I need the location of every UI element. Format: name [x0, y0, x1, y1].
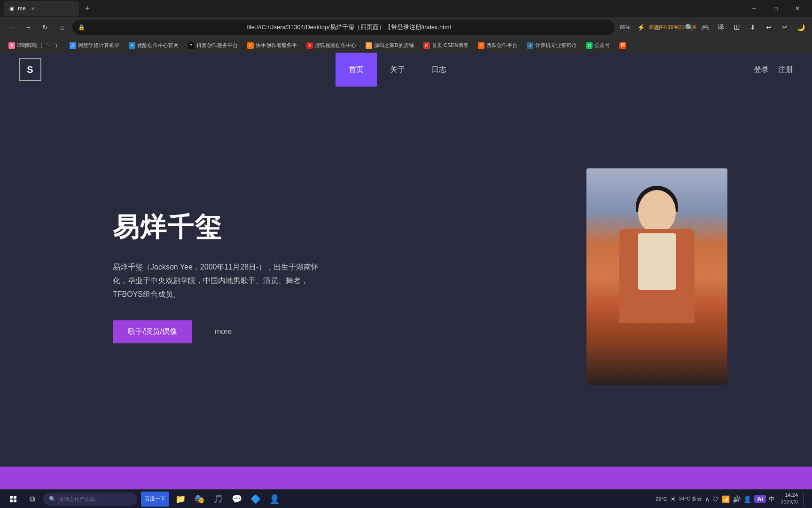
- nav-link-journal[interactable]: 日志: [418, 53, 460, 87]
- download-button[interactable]: ⬇: [746, 21, 759, 34]
- taskbar-clock[interactable]: 14:24 2022/7/: [781, 492, 798, 506]
- nav-auth: 登录 注册: [754, 65, 793, 75]
- baidu-button[interactable]: 百度一下: [141, 492, 169, 507]
- bookmark-bilibili-label: 哔哩哔哩（゜-゜）: [17, 42, 60, 49]
- bookmark-yuanma[interactable]: D 源码之家D的店铺: [362, 41, 418, 50]
- maximize-button[interactable]: □: [765, 1, 787, 16]
- ahui-favicon: A: [70, 42, 76, 49]
- new-tab-button[interactable]: +: [81, 2, 94, 15]
- games-button[interactable]: 🎮: [698, 21, 711, 34]
- bookmark-csdn[interactable]: C 首页-CSDN博客: [420, 41, 473, 50]
- bookmark-xigua-label: 西瓜创作平台: [486, 42, 517, 49]
- bookmark-gongzhonghao[interactable]: G 公众号: [582, 41, 614, 50]
- bookmark-xi[interactable]: 西: [616, 41, 630, 50]
- app-icon-5: 👤: [269, 494, 280, 504]
- reading-button[interactable]: Ш: [730, 21, 743, 34]
- undo-button[interactable]: ↩: [762, 21, 775, 34]
- person-shirt: [638, 233, 676, 290]
- taskbar-app-2[interactable]: 🎵: [211, 492, 226, 507]
- clock-date: 2022/7/: [781, 499, 798, 506]
- tray-user: 👤: [743, 495, 751, 503]
- taskbar-app-3[interactable]: 💬: [229, 492, 244, 507]
- app-icon-1: 🎭: [194, 494, 204, 504]
- address-text: file:///C:/Users/31304/Desktop/易烊千玺（四页面）…: [89, 23, 609, 32]
- baidu-label: 百度一下: [145, 495, 165, 502]
- win-grid-4: [14, 500, 16, 502]
- clock-time: 14:24: [781, 492, 798, 499]
- ai-badge[interactable]: Ai: [754, 495, 766, 503]
- taskbar-search[interactable]: 🔍: [43, 492, 137, 506]
- bookmark-youku-label: 优酷创作中心官网: [137, 42, 179, 49]
- youku-favicon: Y: [129, 42, 135, 49]
- win-grid-3: [10, 500, 13, 502]
- tray-input: 中: [769, 495, 775, 503]
- bookmark-xigua[interactable]: X 西瓜创作平台: [474, 41, 521, 50]
- hero-cta-button[interactable]: 歌手/演员/偶像: [113, 320, 192, 343]
- alert-button[interactable]: ⚠: [650, 21, 664, 34]
- hero-description: 易烊千玺（Jackson Yee，2000年11月28日-），出生于湖南怀化，毕…: [113, 261, 329, 301]
- xigua-favicon: X: [478, 42, 484, 49]
- hero-actions: 歌手/演员/偶像 more: [113, 320, 586, 343]
- tab-bar: ◉ me ✕ + ─ □ ✕: [0, 0, 812, 17]
- windows-logo: [10, 496, 16, 502]
- minimize-button[interactable]: ─: [743, 1, 765, 16]
- csdn-favicon: C: [423, 42, 430, 49]
- alert-icon: ⚠: [654, 24, 660, 31]
- bookmark-youku[interactable]: Y 优酷创作中心官网: [125, 41, 182, 50]
- toolbar-icons: 95% ⚡ ⚠ 滴滴存在16项违法事务 🔍 🎮 译 Ш ⬇ ↩ ✂ 🌙: [618, 21, 807, 34]
- close-button[interactable]: ✕: [787, 1, 808, 16]
- zoom-level: 95%: [620, 24, 630, 30]
- back-button[interactable]: ←: [5, 21, 18, 34]
- login-link[interactable]: 登录: [754, 65, 769, 75]
- extensions-button[interactable]: ⚡: [634, 21, 648, 34]
- sohu-favicon: S: [306, 42, 313, 49]
- file-explorer-button[interactable]: 📁: [173, 492, 188, 507]
- darkmode-button[interactable]: 🌙: [794, 21, 807, 34]
- site-logo: S: [19, 58, 41, 81]
- hero-more-link[interactable]: more: [215, 327, 232, 336]
- taskbar-app-1[interactable]: 🎭: [192, 492, 207, 507]
- bookmark-jisuanji[interactable]: J 计算机专业答辩论: [523, 41, 580, 50]
- reload-button[interactable]: ↻: [39, 21, 52, 34]
- tray-sound: 🔊: [733, 495, 741, 503]
- bookmark-gongzhonghao-label: 公众号: [594, 42, 610, 49]
- tray-shield: 🛡: [712, 495, 719, 503]
- bookmark-ahui[interactable]: A 阿慧学姐计算机毕: [66, 41, 123, 50]
- address-field[interactable]: 🔒 file:///C:/Users/31304/Desktop/易烊千玺（四页…: [72, 20, 615, 35]
- nav-link-about[interactable]: 关于: [377, 53, 418, 87]
- task-view-button[interactable]: ⧉: [24, 492, 39, 507]
- nav-link-home[interactable]: 首页: [336, 53, 377, 87]
- bookmark-yuanma-label: 源码之家D的店铺: [374, 42, 414, 49]
- taskbar-app-5[interactable]: 👤: [267, 492, 282, 507]
- register-label: 注册: [778, 65, 793, 73]
- start-button[interactable]: [6, 492, 21, 507]
- tab-title: me: [18, 5, 26, 12]
- search-magnifier-icon: 🔍: [49, 496, 56, 502]
- tray-network: 📶: [722, 495, 730, 503]
- show-desktop-button[interactable]: [804, 492, 806, 506]
- bookmark-ahui-label: 阿慧学姐计算机毕: [78, 42, 119, 49]
- bookmark-bilibili[interactable]: B 哔哩哔哩（゜-゜）: [5, 41, 64, 50]
- translate-button[interactable]: 译: [714, 21, 727, 34]
- taskbar-search-input[interactable]: [59, 496, 115, 502]
- scissors-button[interactable]: ✂: [778, 21, 791, 34]
- yuanma-favicon: D: [366, 42, 372, 49]
- gongzhonghao-favicon: G: [586, 42, 593, 49]
- taskbar-app-4[interactable]: 🔷: [248, 492, 263, 507]
- zoom-button[interactable]: 95%: [618, 21, 632, 34]
- bookmark-tiktok[interactable]: T 抖音创作服务平台: [184, 41, 242, 50]
- register-link[interactable]: 注册: [778, 65, 793, 75]
- bookmark-sohu[interactable]: S 搜狐视频创作中心: [303, 41, 360, 50]
- hero-title: 易烊千玺: [113, 210, 586, 246]
- bookmark-kuaishou[interactable]: K 快手创作者服务平: [243, 41, 301, 50]
- tab-close-button[interactable]: ✕: [30, 5, 36, 12]
- active-tab[interactable]: ◉ me ✕: [4, 1, 79, 16]
- bookmark-sohu-label: 搜狐视频创作中心: [315, 42, 356, 49]
- forward-button[interactable]: →: [22, 21, 35, 34]
- app-icon-2: 🎵: [213, 494, 223, 504]
- search-button[interactable]: 🔍: [682, 21, 695, 34]
- bookmark-tiktok-label: 抖音创作服务平台: [196, 42, 238, 49]
- alert-text-button[interactable]: 滴滴存在16项违法事务: [666, 21, 679, 34]
- hero-image: [586, 168, 727, 385]
- home-button[interactable]: ⌂: [55, 21, 69, 34]
